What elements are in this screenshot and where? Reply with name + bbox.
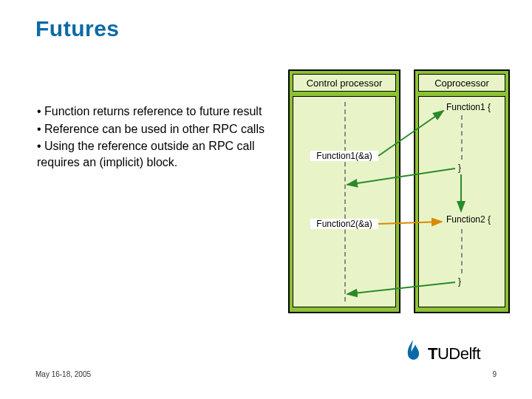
coprocessor-fn1-timeline (461, 115, 463, 160)
bullet-list: •Function returns reference to future re… (37, 103, 266, 171)
tudelft-logo: TUDelft (403, 338, 480, 364)
bullet-text: Function returns reference to future res… (44, 105, 262, 117)
bullet-item: •Using the reference outside an RPC call… (37, 138, 266, 170)
logo-text-bold: T (428, 344, 437, 363)
logo-text: TUDelft (428, 344, 480, 364)
coprocessor-fn1-open: Function1 { (446, 102, 491, 112)
logo-text-rest: UDelft (437, 344, 480, 363)
control-call-2: Function2(&a) (310, 219, 378, 229)
control-processor-header: Control processor (293, 74, 396, 92)
bullet-text: Using the reference outside an RPC call … (37, 140, 255, 168)
footer-date: May 16-18, 2005 (35, 370, 91, 378)
control-call-1: Function1(&a) (310, 151, 378, 161)
coprocessor-fn2-open: Function2 { (446, 214, 491, 225)
control-timeline (344, 102, 346, 301)
coprocessor-fn2-timeline (461, 229, 463, 273)
coprocessor-fn1-close: } (458, 163, 461, 173)
bullet-item: •Reference can be used in other RPC call… (37, 121, 266, 137)
footer-page-number: 9 (492, 370, 497, 378)
flame-icon (403, 338, 423, 364)
slide-title: Futures (35, 16, 120, 41)
coprocessor-header: Coprocessor (418, 74, 505, 92)
coprocessor-fn2-close: } (458, 276, 461, 287)
bullet-text: Reference can be used in other RPC calls (44, 123, 265, 135)
bullet-item: •Function returns reference to future re… (37, 103, 266, 120)
